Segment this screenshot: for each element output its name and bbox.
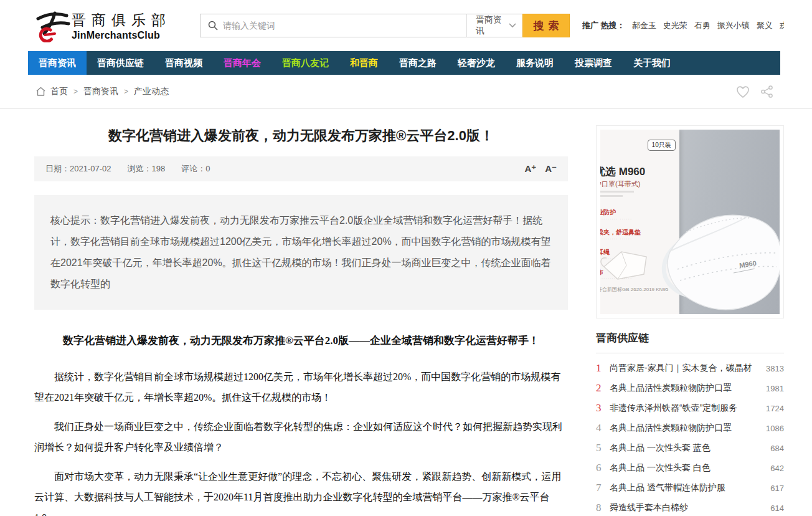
rank-number: 4 (596, 422, 610, 434)
package-feature: 梁夹，舒适鼻垫·········· ······ (600, 228, 641, 241)
supply-item-title: 尚晋家居-家具门｜实木复合，碳晶材 (610, 363, 762, 374)
supply-item-count: 617 (770, 484, 784, 493)
supply-item-count: 684 (770, 444, 784, 453)
rank-number: 2 (596, 382, 610, 394)
article-actions (735, 85, 774, 98)
article-date: 日期：2021-07-02 (45, 163, 111, 174)
rank-number: 6 (596, 462, 610, 474)
supply-list-item[interactable]: 2名典上品活性炭颗粒物防护口罩1981 (596, 378, 784, 398)
supply-list-item[interactable]: 8舜造线手套本白棉纱614 (596, 498, 784, 516)
nav-item[interactable]: 轻奢沙龙 (447, 51, 506, 75)
hot-search-keyword[interactable]: 戎子酒庄 (780, 21, 784, 30)
article-body-heading: 数字化营销进入爆发前夜，动力无限发布万家推®云平台2.0版——企业全域营销和数字… (34, 333, 568, 348)
hot-search-keyword[interactable]: 郝金玉 (632, 21, 656, 30)
supply-list: 1尚晋家居-家具门｜实木复合，碳晶材38132名典上品活性炭颗粒物防护口罩198… (596, 358, 784, 516)
article-body: 数字化营销进入爆发前夜，动力无限发布万家推®云平台2.0版——企业全域营销和数字… (34, 333, 568, 516)
nav-item[interactable]: 服务说明 (506, 51, 564, 75)
breadcrumb-item[interactable]: 产业动态 (134, 86, 169, 96)
article-title: 数字化营销进入爆发前夜，动力无限发布万家推®云平台2.0版！ (34, 127, 568, 145)
sidebar: 10只装 优选 M960 护口罩(耳带式) 业防护·········· ····… (596, 125, 784, 516)
search-category-value: 晋商资讯 (476, 14, 509, 37)
breadcrumb-item[interactable]: 首页 (50, 86, 68, 96)
article-views: 浏览：198 (128, 163, 166, 174)
package-badge: 10只装 (648, 140, 676, 151)
logo-mark-icon (34, 9, 70, 42)
supply-item-count: 642 (770, 464, 784, 473)
hot-search-keyword[interactable]: 聚义 (757, 21, 773, 30)
font-size-controls: A⁺ A⁻ (525, 163, 557, 174)
font-increase-button[interactable]: A⁺ (525, 163, 537, 174)
article-summary: 核心提示：数字化营销进入爆发前夜，动力无限发布万家推云平台2.0版企业全域营销和… (34, 195, 568, 310)
nav-item[interactable]: 晋商八友记 (271, 51, 339, 75)
chevron-down-icon (509, 23, 516, 28)
search-input[interactable] (223, 21, 466, 31)
hot-search-keyword[interactable]: 振兴小镇 (717, 21, 750, 30)
rank-number: 1 (596, 362, 610, 375)
package-feature: 业防护·········· ······ (600, 208, 632, 221)
home-icon[interactable] (35, 87, 46, 97)
supply-list-item[interactable]: 1尚晋家居-家具门｜实木复合，碳晶材3813 (596, 358, 784, 378)
hot-search-keyword[interactable]: 石勇 (694, 21, 710, 30)
nav-item[interactable]: 关于我们 (623, 51, 681, 75)
logo-title-cn: 晋商俱乐部 (72, 11, 171, 30)
breadcrumb-separator: > (124, 87, 128, 96)
search-button[interactable]: 搜索 (522, 14, 570, 37)
hot-search-label: 推广 热搜： (582, 21, 625, 30)
logo-title-en: JinMerchantsClub (72, 30, 171, 41)
package-type: 护口罩(耳带式) (600, 179, 640, 189)
rank-number: 3 (596, 402, 610, 414)
product-ad[interactable]: 10只装 优选 M960 护口罩(耳带式) 业防护·········· ····… (596, 125, 784, 318)
breadcrumb-separator: > (73, 87, 78, 96)
article-paragraph: 我们正身处一场商业巨变之中，传统企业面临着数字化转型的焦虑：企业如何适应这个时代… (34, 416, 568, 457)
article-paragraph: 面对市场大变革，动力无限秉承“让企业生意更好做”的理念，不忘初心、聚焦研发，紧跟… (34, 466, 568, 516)
article-column: 数字化营销进入爆发前夜，动力无限发布万家推®云平台2.0版！ 日期：2021-0… (34, 125, 568, 516)
share-icon[interactable] (760, 85, 774, 98)
mask-photo-art: M960 (651, 194, 780, 314)
rank-number: 5 (596, 442, 610, 454)
supply-item-count: 3813 (766, 364, 784, 373)
supply-section-title: 晋商供应链 (596, 331, 784, 353)
nav-item[interactable]: 晋商供应链 (87, 51, 154, 75)
supply-item-title: 名典上品活性炭颗粒物防护口罩 (610, 423, 762, 434)
nav-item[interactable]: 晋商资讯 (28, 51, 87, 75)
nav-item[interactable]: 投票调查 (564, 51, 623, 75)
article-comments: 评论：0 (181, 163, 210, 174)
search-bar: 晋商资讯 搜索 (200, 14, 570, 37)
rank-number: 7 (596, 482, 610, 494)
hot-search-keyword[interactable]: 史光荣 (663, 21, 687, 30)
article-paragraph: 据统计，数字化营销目前全球市场规模超过1200亿美元，市场年化增长率超过20%，… (34, 366, 568, 408)
product-photo: 10只装 优选 M960 护口罩(耳带式) 业防护·········· ····… (600, 130, 780, 314)
supply-list-item[interactable]: 3非遗传承泽州铁器“铁壶”定制服务1724 (596, 398, 784, 418)
article-meta-bar: 日期：2021-07-02 浏览：198 评论：0 A⁺ A⁻ (34, 156, 568, 181)
hot-search: 推广 热搜：郝金玉史光荣石勇振兴小镇聚义戎子酒庄吴沪先张文泉侯计 (582, 20, 784, 31)
supply-item-title: 非遗传承泽州铁器“铁壶”定制服务 (610, 403, 762, 414)
supply-item-count: 1724 (766, 404, 784, 413)
breadcrumb-row: 首页>晋商资讯>产业动态 (28, 75, 784, 108)
supply-item-title: 名典上品活性炭颗粒物防护口罩 (610, 383, 762, 394)
breadcrumb: 首页>晋商资讯>产业动态 (35, 86, 169, 97)
nav-item[interactable]: 晋商年会 (213, 51, 271, 75)
font-decrease-button[interactable]: A⁻ (545, 163, 557, 174)
nav-item[interactable]: 晋商视频 (154, 51, 213, 75)
supply-item-title: 名典上品 一次性头套 蓝色 (610, 442, 767, 454)
supply-list-item[interactable]: 5名典上品 一次性头套 蓝色684 (596, 438, 784, 458)
supply-item-title: 名典上品 一次性头套 白色 (610, 462, 767, 474)
supply-list-item[interactable]: 7名典上品 透气带帽连体防护服617 (596, 478, 784, 498)
supply-list-item[interactable]: 4名典上品活性炭颗粒物防护口罩1086 (596, 418, 784, 438)
supply-item-title: 名典上品 透气带帽连体防护服 (610, 482, 767, 494)
rank-number: 8 (596, 502, 610, 514)
package-brand: 优选 M960 (600, 165, 645, 179)
nav-item[interactable]: 和晋商 (339, 51, 389, 75)
supply-list-item[interactable]: 6名典上品 一次性头套 白色642 (596, 458, 784, 478)
supply-item-count: 1086 (766, 424, 784, 433)
site-logo[interactable]: 晋商俱乐部 JinMerchantsClub (34, 9, 171, 42)
search-icon (208, 21, 218, 31)
header: 晋商俱乐部 JinMerchantsClub 晋商资讯 搜索 推广 热搜： (28, 0, 784, 51)
page: 晋商俱乐部 JinMerchantsClub 晋商资讯 搜索 推广 热搜： (28, 0, 784, 516)
search-box (200, 14, 466, 37)
favorite-heart-icon[interactable] (735, 85, 750, 98)
search-category-select[interactable]: 晋商资讯 (466, 14, 522, 37)
nav-item[interactable]: 晋商之路 (389, 51, 447, 75)
breadcrumb-item[interactable]: 晋商资讯 (83, 86, 118, 96)
logo-text: 晋商俱乐部 JinMerchantsClub (72, 11, 171, 41)
